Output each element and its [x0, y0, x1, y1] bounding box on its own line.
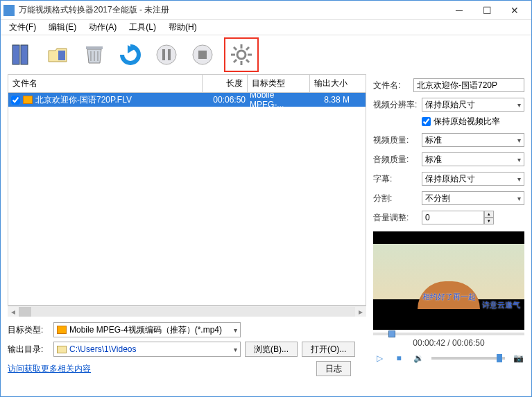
- open-button[interactable]: 打开(O)...: [302, 342, 355, 357]
- aq-select[interactable]: 标准: [422, 152, 524, 166]
- toolbar: [1, 35, 531, 74]
- split-label: 分割:: [373, 193, 422, 204]
- target-type-select[interactable]: Mobile MPEG-4视频编码（推荐）(*.mp4): [53, 322, 241, 337]
- col-length[interactable]: 长度: [203, 75, 248, 92]
- videores-label: 视频分辨率:: [373, 99, 422, 111]
- settings-highlight: [224, 37, 259, 72]
- horizontal-scrollbar[interactable]: ◂ ▸: [8, 306, 366, 317]
- svg-rect-9: [162, 49, 165, 60]
- row-size: 8.38 M: [308, 95, 350, 105]
- add-folder-button[interactable]: [44, 40, 73, 69]
- stop-preview-icon[interactable]: ■: [393, 352, 405, 364]
- maximize-button[interactable]: ☐: [473, 1, 501, 19]
- stop-button[interactable]: [188, 40, 217, 69]
- col-type[interactable]: 目标类型: [248, 75, 310, 92]
- svg-line-19: [246, 60, 249, 62]
- vol-up[interactable]: ▴: [484, 211, 494, 218]
- row-checkbox[interactable]: [11, 96, 20, 105]
- preview-subtitle-2: 诗意云遨气: [482, 300, 520, 310]
- settings-button[interactable]: [227, 40, 256, 69]
- menu-help[interactable]: 帮助(H): [164, 20, 201, 35]
- svg-rect-0: [12, 45, 19, 64]
- mute-icon[interactable]: 🔉: [412, 352, 424, 364]
- list-header: 文件名 长度 目标类型 输出大小: [8, 75, 366, 93]
- seek-bar[interactable]: [373, 333, 524, 335]
- video-file-icon: [23, 96, 33, 104]
- output-dir-select[interactable]: C:\Users\1\Videos: [53, 342, 241, 357]
- col-size[interactable]: 输出大小: [310, 75, 352, 92]
- title-bar: 万能视频格式转换器2017全能版 - 未注册 ─ ☐ ✕: [1, 1, 531, 20]
- target-label: 目标类型:: [8, 324, 49, 336]
- svg-rect-1: [21, 45, 28, 64]
- minimize-button[interactable]: ─: [445, 1, 473, 19]
- row-type: Mobile MPEG-...: [246, 93, 308, 109]
- svg-rect-3: [86, 46, 103, 49]
- svg-point-13: [237, 51, 246, 59]
- menu-action[interactable]: 动作(A): [85, 20, 121, 35]
- filename-input[interactable]: [413, 78, 524, 92]
- play-icon[interactable]: ▷: [373, 352, 386, 364]
- col-filename[interactable]: 文件名: [8, 75, 203, 92]
- list-row[interactable]: 北京欢迎你-国语720P.FLV 00:06:50 Mobile MPEG-..…: [8, 93, 366, 107]
- delete-button[interactable]: [80, 40, 109, 69]
- time-display: 00:00:42 / 00:06:50: [373, 338, 524, 348]
- svg-line-20: [234, 60, 237, 62]
- filename-label: 文件名:: [373, 80, 413, 91]
- split-select[interactable]: 不分割: [422, 191, 524, 205]
- log-button[interactable]: 日志: [316, 361, 351, 376]
- snapshot-icon[interactable]: 📷: [512, 352, 524, 364]
- vq-select[interactable]: 标准: [422, 133, 524, 147]
- app-icon: [3, 5, 15, 16]
- row-filename: 北京欢迎你-国语720P.FLV: [35, 94, 132, 106]
- menu-edit[interactable]: 编辑(E): [44, 20, 80, 35]
- volume-slider[interactable]: [431, 357, 505, 360]
- menu-file[interactable]: 文件(F): [5, 20, 40, 35]
- convert-button[interactable]: [116, 40, 145, 69]
- vol-down[interactable]: ▾: [484, 218, 494, 224]
- svg-line-18: [234, 47, 237, 50]
- svg-rect-2: [58, 51, 65, 60]
- aq-label: 音频质量:: [373, 154, 422, 166]
- svg-rect-12: [198, 51, 207, 59]
- menu-tools[interactable]: 工具(L): [125, 20, 160, 35]
- file-list: 文件名 长度 目标类型 输出大小 北京欢迎你-国语720P.FLV 00:06:…: [8, 74, 366, 306]
- more-link[interactable]: 访问获取更多相关内容: [8, 363, 91, 375]
- row-length: 00:06:50: [200, 95, 246, 105]
- properties-panel: 文件名: 视频分辨率: 保持原始尺寸 保持原始视频比率 视频质量: 标准 音频质…: [366, 74, 531, 317]
- svg-line-21: [246, 47, 249, 50]
- target-icon: [57, 326, 67, 334]
- pause-button[interactable]: [152, 40, 181, 69]
- videores-select[interactable]: 保持原始尺寸: [422, 98, 524, 112]
- browse-button[interactable]: 浏览(B)...: [245, 342, 298, 357]
- window-title: 万能视频格式转换器2017全能版 - 未注册: [19, 4, 445, 16]
- close-button[interactable]: ✕: [501, 1, 529, 19]
- vol-label: 音量调整:: [373, 212, 422, 224]
- menu-bar: 文件(F) 编辑(E) 动作(A) 工具(L) 帮助(H): [1, 20, 531, 35]
- add-file-button[interactable]: [8, 40, 37, 69]
- svg-point-8: [157, 45, 176, 64]
- keep-ratio-checkbox[interactable]: [422, 117, 431, 126]
- svg-rect-10: [168, 49, 171, 60]
- keep-ratio-label: 保持原始视频比率: [434, 116, 500, 127]
- sub-label: 字幕:: [373, 173, 422, 185]
- vol-input[interactable]: [422, 211, 484, 224]
- video-preview[interactable]: 相约好了再一起 诗意云遨气: [373, 231, 524, 330]
- sub-select[interactable]: 保持原始尺寸: [422, 172, 524, 186]
- vq-label: 视频质量:: [373, 134, 422, 146]
- output-label: 输出目录:: [8, 344, 49, 355]
- folder-icon: [57, 346, 67, 353]
